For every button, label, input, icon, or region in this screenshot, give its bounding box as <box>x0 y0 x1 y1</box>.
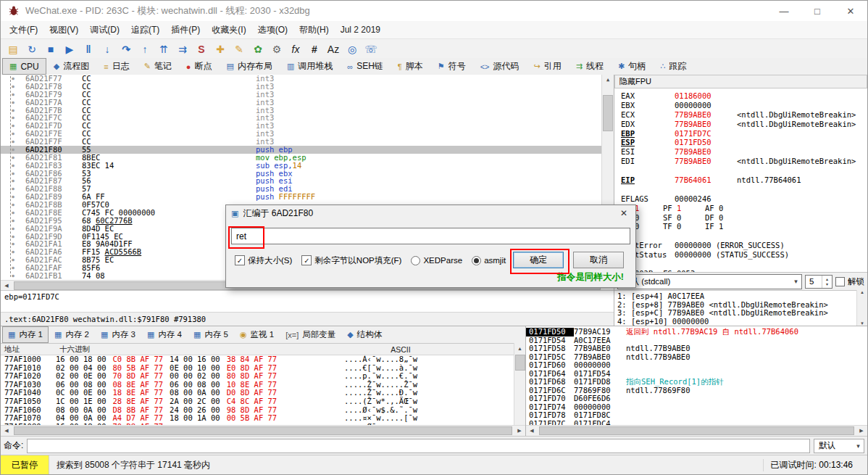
disasm-row[interactable]: ●6AD21F7CCCint3 <box>1 114 614 122</box>
menu-item-8[interactable]: 帮助(H) <box>293 21 335 39</box>
dump-row[interactable]: 77AF10501C 00 1E 0028 8E AF 772A 00 2C 0… <box>1 397 525 406</box>
command-input[interactable] <box>27 439 810 453</box>
menu-item-9[interactable]: Jul 2 2019 <box>335 22 386 38</box>
register-row[interactable]: EIP77B64061ntdll.77B64061 <box>621 175 867 185</box>
tab-graph[interactable]: ◆流程图 <box>46 58 96 75</box>
tab-threads[interactable]: ⇉线程 <box>569 58 611 75</box>
stack-hscrollbar[interactable]: ◀ ▶ <box>526 425 867 436</box>
tab-dump5[interactable]: ▦内存 5 <box>188 326 234 343</box>
scroll-thumb[interactable] <box>539 426 854 435</box>
breakpoint-dot-icon[interactable]: ● <box>1 248 25 256</box>
breakpoint-dot-icon[interactable]: ● <box>1 75 25 83</box>
dump-hscrollbar[interactable]: ◀ ▶ <box>1 425 525 436</box>
register-row[interactable]: CF 0TF 0IF 1 <box>621 222 867 231</box>
tab-seh[interactable]: ∞SEH链 <box>340 58 391 75</box>
pause-icon[interactable]: ‖ <box>79 41 98 57</box>
run-icon[interactable]: ▶ <box>60 41 79 57</box>
breakpoint-dot-icon[interactable]: ● <box>1 177 25 185</box>
tab-dump4[interactable]: ▦内存 4 <box>141 326 188 343</box>
disasm-row[interactable]: ●6AD21F79CCint3 <box>1 91 614 99</box>
tab-watch1[interactable]: ◉监视 1 <box>234 326 280 343</box>
breakpoint-dot-icon[interactable]: ● <box>1 256 25 264</box>
scroll-thumb[interactable] <box>603 95 613 131</box>
run-to-user-code-icon[interactable]: ⇉ <box>173 41 192 57</box>
fill-nop-checkbox[interactable]: ✓ 剩余字节以NOP填充(F) <box>301 255 401 266</box>
tab-symbols[interactable]: ⚑符号 <box>430 58 473 75</box>
breakpoint-dot-icon[interactable]: ● <box>1 170 25 178</box>
scroll-up-icon[interactable]: ▲ <box>602 75 614 85</box>
assembly-instruction-input[interactable] <box>231 228 630 244</box>
maximize-button[interactable]: □ <box>801 1 834 21</box>
ok-button[interactable]: 确定 <box>513 252 564 268</box>
spinner-arrows-icon[interactable]: ▴▾ <box>822 276 832 288</box>
cancel-button[interactable]: 取消 <box>573 252 624 268</box>
menu-item-1[interactable]: 文件(F) <box>4 21 43 39</box>
tab-notes[interactable]: ✎笔记 <box>137 58 179 75</box>
favourites-icon[interactable]: ✿ <box>249 41 267 57</box>
breakpoint-dot-icon[interactable]: ● <box>1 83 25 91</box>
breakpoint-dot-icon[interactable]: ● <box>1 209 25 217</box>
dump-row[interactable]: 77AF107004 00 0A 00A4 D7 AF 7718 00 1A 0… <box>1 414 525 423</box>
minimize-button[interactable]: — <box>767 1 801 21</box>
tab-references[interactable]: ↪引用 <box>527 58 569 75</box>
stack-row[interactable]: 0171FD6000000000 <box>526 361 867 370</box>
register-row[interactable]: ECX77B9ABE0<ntdll.DbgUiRemoteBreakin> <box>621 110 867 120</box>
breakpoint-dot-icon[interactable]: ● <box>1 107 25 115</box>
tab-trace[interactable]: ∴跟踪 <box>653 58 693 75</box>
disasm-row[interactable]: ●6AD21F7ACCint3 <box>1 99 614 107</box>
hide-fpu-button[interactable]: 隐藏FPU <box>614 75 867 88</box>
scroll-left-icon[interactable]: ◀ <box>526 428 538 434</box>
breakpoint-dot-icon[interactable]: ● <box>1 217 25 225</box>
scylla-icon[interactable]: S <box>192 41 211 57</box>
register-row[interactable]: ESI77B9ABE0 <box>621 147 867 157</box>
calling-convention-select[interactable]: 默认 (stdcall) ▾ <box>617 274 802 289</box>
patch-icon[interactable]: ✚ <box>211 41 230 57</box>
register-row[interactable]: ZF 1PF 1AF 0 <box>621 204 867 213</box>
execute-till-return-icon[interactable]: ⇈ <box>154 41 173 57</box>
breakpoint-dot-icon[interactable]: ● <box>1 91 25 99</box>
step-over-icon[interactable]: ↷ <box>117 41 135 57</box>
dialog-close-button[interactable]: ✕ <box>612 205 635 221</box>
stack-row[interactable]: 0171FD5077B9AC19返回到 ntdll.77B9AC19 自 ntd… <box>526 328 867 336</box>
step-into-icon[interactable]: ↓ <box>98 41 117 57</box>
register-row[interactable]: LastStatus00000000 (STATUS_SUCCESS) <box>621 250 867 260</box>
asmjit-radio[interactable]: asmjit <box>472 256 506 265</box>
disasm-row[interactable]: ●6AD21F77CCint3 <box>1 75 614 83</box>
tab-call-stack[interactable]: ▥调用堆栈 <box>280 58 340 75</box>
register-row[interactable]: EDX77B9ABE0<ntdll.DbgUiRemoteBreakin> <box>621 120 867 129</box>
xedparse-radio[interactable]: XEDParse <box>411 256 462 265</box>
stack-row[interactable]: 0171FD70D60FE6D6 <box>526 395 867 403</box>
register-row[interactable]: OF 0SF 0DF 0 <box>621 213 867 223</box>
stack-row[interactable]: 0171FD680171FDD8指向SEH_Record[1]的指针 <box>526 378 867 387</box>
dump-row[interactable]: 77AF100016 00 18 00C0 8B AF 7714 00 16 0… <box>1 355 525 364</box>
breakpoint-dot-icon[interactable]: ● <box>1 114 25 122</box>
scroll-right-icon[interactable]: ▶ <box>856 428 867 434</box>
breakpoint-dot-icon[interactable]: ● <box>1 154 25 162</box>
breakpoint-dot-icon[interactable]: ● <box>1 146 25 154</box>
menu-item-5[interactable]: 插件(P) <box>165 21 206 39</box>
scroll-left-icon[interactable]: ◀ <box>1 428 12 434</box>
find-icon[interactable]: ◎ <box>343 41 362 57</box>
register-row[interactable]: EDI77B9ABE0<ntdll.DbgUiRemoteBreakin> <box>621 157 867 166</box>
menu-item-7[interactable]: 选项(O) <box>252 21 293 39</box>
tab-log[interactable]: ≡日志 <box>96 58 136 75</box>
scroll-thumb[interactable] <box>515 355 525 371</box>
scroll-right-icon[interactable]: ▶ <box>514 428 525 434</box>
register-row[interactable]: ESP0171FD50 <box>621 138 867 147</box>
tab-handles[interactable]: ✱句柄 <box>611 58 653 75</box>
disasm-row[interactable]: ●6AD21F8756push esi <box>1 177 614 185</box>
breakpoint-dot-icon[interactable]: ● <box>1 201 25 209</box>
arg-count-spinner[interactable]: 5 ▴▾ <box>805 275 832 289</box>
disasm-row[interactable]: ●6AD21F8383EC 14sub esp,14 <box>1 162 614 170</box>
tab-dump2[interactable]: ▦内存 2 <box>49 326 95 343</box>
terminate-icon[interactable]: ■ <box>41 41 60 57</box>
tab-memory-map[interactable]: ▤内存布局 <box>220 58 280 75</box>
breakpoint-dot-icon[interactable]: ● <box>1 233 25 241</box>
strings-icon[interactable]: Az <box>324 41 343 57</box>
tab-script[interactable]: ¶脚本 <box>391 58 430 75</box>
menu-item-4[interactable]: 追踪(T) <box>125 21 165 39</box>
breakpoint-dot-icon[interactable]: ● <box>1 130 25 138</box>
tab-dump3[interactable]: ▦内存 3 <box>95 326 141 343</box>
disasm-row[interactable]: ●6AD21F7BCCint3 <box>1 107 614 115</box>
tab-cpu[interactable]: ▦CPU <box>2 58 46 75</box>
